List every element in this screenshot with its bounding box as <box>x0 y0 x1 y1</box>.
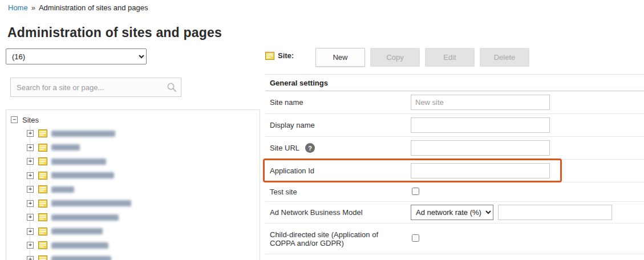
site-page-icon <box>38 241 47 249</box>
tree-item[interactable]: + <box>6 169 260 183</box>
new-button[interactable]: New <box>315 48 365 67</box>
expand-icon[interactable]: + <box>27 242 34 249</box>
site-page-icon <box>38 172 47 180</box>
site-name-input[interactable] <box>411 95 550 110</box>
admin-sites-page: Home»Administration of sites and pages A… <box>0 0 644 260</box>
expand-icon[interactable]: + <box>27 186 34 193</box>
expand-icon[interactable]: + <box>27 256 34 260</box>
ad-network-label: Ad Network Business Model <box>265 206 411 219</box>
site-page-icon <box>38 228 47 235</box>
tree-item[interactable]: + <box>6 210 260 225</box>
site-search <box>10 78 181 97</box>
ad-network-select[interactable]: Ad network rate (%) <box>411 205 493 220</box>
site-page-icon <box>38 185 47 193</box>
expand-icon[interactable]: + <box>27 228 34 235</box>
tree-children: + + + <box>6 127 260 260</box>
expand-icon[interactable]: + <box>27 130 34 137</box>
site-page-icon <box>38 129 47 137</box>
child-directed-label: Child-directed site (Application of COPP… <box>265 228 411 250</box>
edit-button[interactable]: Edit <box>425 48 475 67</box>
copy-button[interactable]: Copy <box>370 48 420 67</box>
display-name-label: Display name <box>265 119 411 132</box>
child-directed-row: Child-directed site (Application of COPP… <box>265 224 644 254</box>
application-id-input[interactable] <box>411 163 550 178</box>
delete-button[interactable]: Delete <box>480 48 529 67</box>
breadcrumb: Home»Administration of sites and pages <box>8 3 148 12</box>
site-icon <box>265 52 274 60</box>
home-link[interactable]: Home <box>8 3 28 12</box>
site-page-icon <box>38 200 47 208</box>
tree-item[interactable]: + <box>6 155 260 169</box>
child-directed-checkbox[interactable] <box>412 234 419 242</box>
application-id-row: Application Id <box>265 160 644 182</box>
site-tree: − Sites + + + <box>6 109 260 260</box>
ad-network-rate-input[interactable] <box>498 205 612 220</box>
blurred-site-name <box>51 131 115 137</box>
test-site-label: Test site <box>265 185 411 198</box>
site-page-icon <box>38 213 47 221</box>
breadcrumb-separator: » <box>31 3 35 12</box>
blurred-site-name <box>51 214 119 221</box>
blurred-site-name <box>51 228 103 234</box>
tree-item[interactable]: + <box>6 238 260 253</box>
expand-icon[interactable]: + <box>27 158 34 165</box>
blurred-site-name <box>51 256 111 260</box>
tree-item[interactable]: + <box>6 225 260 239</box>
site-url-input[interactable] <box>411 140 550 156</box>
site-page-icon <box>38 157 47 165</box>
site-name-row: Site name <box>265 91 644 114</box>
general-settings-form: General settings Site name Display name … <box>265 74 644 254</box>
site-name-label: Site name <box>265 96 411 109</box>
blurred-site-name <box>51 242 108 249</box>
settings-section-title: General settings <box>265 74 644 91</box>
display-name-row: Display name <box>265 114 644 137</box>
site-page-icon <box>38 144 47 152</box>
sites-count-select[interactable]: (16) <box>6 48 147 64</box>
site-page-icon <box>38 255 47 260</box>
site-actions: New Copy Edit Delete <box>315 48 534 67</box>
tree-item[interactable]: + <box>6 253 260 260</box>
expand-icon[interactable]: + <box>27 144 34 151</box>
site-toolbar-label: Site: <box>265 51 294 60</box>
blurred-site-name <box>51 186 74 193</box>
test-site-checkbox[interactable] <box>412 188 419 195</box>
blurred-site-name <box>51 144 80 151</box>
display-name-input[interactable] <box>411 117 550 133</box>
collapse-icon[interactable]: − <box>11 116 18 123</box>
site-url-label: Site URL <box>270 144 299 152</box>
ad-network-row: Ad Network Business Model Ad network rat… <box>265 202 644 224</box>
tree-item[interactable]: + <box>6 127 260 141</box>
expand-icon[interactable]: + <box>27 200 34 207</box>
tree-item[interactable]: + <box>6 197 260 211</box>
search-input[interactable] <box>10 78 181 97</box>
help-icon[interactable]: ? <box>305 143 315 153</box>
tree-item[interactable]: + <box>6 182 260 197</box>
site-label: Site: <box>278 51 294 60</box>
page-title: Administration of sites and pages <box>7 25 222 40</box>
blurred-site-name <box>51 200 131 206</box>
tree-item[interactable]: + <box>6 141 260 155</box>
application-id-label: Application Id <box>265 164 411 177</box>
blurred-site-name <box>51 172 114 178</box>
site-url-row: Site URL ? <box>265 137 644 160</box>
blurred-site-name <box>51 159 106 165</box>
expand-icon[interactable]: + <box>27 172 34 179</box>
expand-icon[interactable]: + <box>27 214 34 221</box>
breadcrumb-current: Administration of sites and pages <box>39 3 148 12</box>
tree-root-label: Sites <box>22 116 39 124</box>
test-site-row: Test site <box>265 182 644 202</box>
tree-root[interactable]: − Sites <box>6 113 260 127</box>
search-icon <box>167 82 177 92</box>
